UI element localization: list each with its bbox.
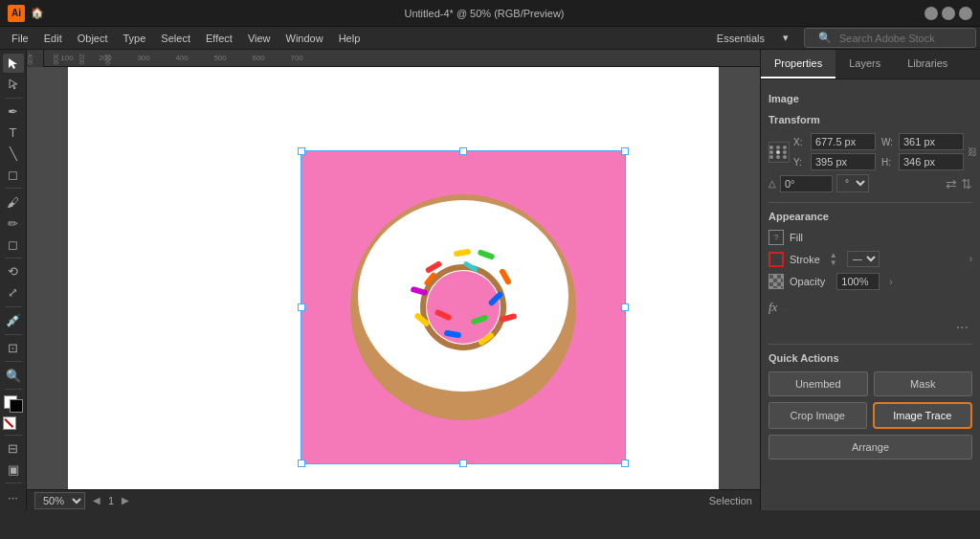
x-input[interactable] [811,133,876,150]
direct-selection-tool[interactable] [3,75,24,94]
y-label: Y: [793,157,807,168]
menu-object[interactable]: Object [70,31,116,46]
essentials-dropdown[interactable]: Essentials ▾ [709,30,796,46]
handle-bottom-right[interactable] [621,460,629,467]
eyedropper-tool[interactable]: 💉 [3,311,24,330]
search-input[interactable] [839,33,971,44]
arrange-button[interactable]: Arrange [768,435,972,460]
menu-file[interactable]: File [4,31,36,46]
none-color[interactable] [3,416,16,430]
toolbar-separator-7 [5,389,22,390]
line-tool[interactable]: ╲ [3,145,24,164]
stroke-type-select[interactable]: — [847,251,880,267]
angle-input[interactable] [780,175,833,192]
image-section: Image [768,93,972,104]
menu-select[interactable]: Select [153,31,198,46]
link-icon: ⛓ [968,146,977,157]
selected-image[interactable] [301,150,626,464]
tab-layers[interactable]: Layers [835,50,894,79]
menu-edit[interactable]: Edit [36,31,70,46]
draw-mode[interactable]: ⊟ [3,439,24,459]
type-tool[interactable]: T [3,124,24,143]
next-page-button[interactable]: ▶ [122,495,129,505]
panel-tabs: Properties Layers Libraries [761,50,980,79]
image-trace-button[interactable]: Image Trace [873,402,973,429]
menu-effect[interactable]: Effect [198,31,240,46]
maximize-button[interactable] [942,7,955,20]
flip-horizontal-icon[interactable]: ⇄ [946,176,957,191]
rotate-tool[interactable]: ⟲ [3,262,24,281]
menu-help[interactable]: Help [331,31,368,46]
canvas-wrapper: 100 200 300 400 500 600 700 100 200 300 … [27,50,760,510]
flip-vertical-icon[interactable]: ⇅ [961,176,972,191]
pen-tool[interactable]: ✒ [3,102,24,122]
stroke-arrows[interactable]: ▲ ▼ [830,252,837,267]
panel-content: Image Transform [761,79,980,510]
essentials-label: Essentials [709,31,772,46]
menubar-right: Essentials ▾ 🔍 [709,28,976,48]
stroke-swatch[interactable] [768,252,784,267]
tab-properties[interactable]: Properties [761,50,835,79]
qa-row-1: Unembed Mask [768,371,972,396]
angle-symbol: △ [768,178,776,189]
stroke-color[interactable] [10,399,23,413]
transform-reference-point[interactable] [768,142,790,163]
appearance-more-button[interactable]: ··· [768,319,972,336]
handle-bottom-left[interactable] [298,460,305,467]
zoom-tool[interactable]: 🔍 [3,366,24,385]
menu-window[interactable]: Window [278,31,331,46]
close-button[interactable] [959,7,972,20]
transform-section: Transform [768,114,972,192]
menu-bar: File Edit Object Type Select Effect View… [0,27,980,50]
prev-page-button[interactable]: ◀ [93,495,100,505]
handle-top-mid[interactable] [459,147,467,155]
pencil-tool[interactable]: ✏ [3,213,24,233]
mask-button[interactable]: Mask [874,371,973,396]
crop-image-button[interactable]: Crop Image [768,402,867,429]
y-input[interactable] [811,153,876,170]
transform-section-title: Transform [768,114,972,125]
more-tools[interactable]: ··· [3,487,24,506]
handle-mid-left[interactable] [298,303,305,311]
fill-question-icon: ? [768,230,784,245]
w-input[interactable] [899,133,964,150]
status-bar: 50% ◀ 1 ▶ Selection [27,489,760,510]
minimize-button[interactable] [924,7,938,20]
h-input[interactable] [899,153,964,170]
paintbrush-tool[interactable]: 🖌 [3,192,24,212]
window-controls[interactable] [924,7,972,20]
stroke-row[interactable]: Stroke ▲ ▼ — › [768,251,972,267]
divider-2 [768,344,972,345]
scale-tool[interactable]: ⤢ [3,283,24,303]
search-bar[interactable]: 🔍 [804,28,976,48]
zoom-select[interactable]: 50% [34,492,85,509]
angle-dropdown[interactable]: ° [836,174,869,192]
color-controls[interactable] [4,395,23,413]
handle-mid-right[interactable] [621,303,629,311]
handle-bottom-mid[interactable] [459,460,467,467]
opacity-input[interactable] [836,273,880,290]
handle-top-right[interactable] [621,147,629,155]
handle-top-left[interactable] [298,147,305,155]
status-label: Selection [709,495,752,506]
x-label: X: [793,137,807,147]
titlebar-left: Ai 🏠 [8,5,44,22]
fill-row: ? Fill [768,230,972,245]
constrain-proportions[interactable]: ⛓ [968,146,977,157]
w-label: W: [881,137,895,147]
toolbar-separator-3 [5,258,22,258]
unembed-button[interactable]: Unembed [768,371,868,396]
appearance-section: Appearance ? Fill Stroke ▲ ▼ — [768,211,972,290]
left-toolbar: ✒ T ╲ ◻ 🖌 ✏ ◻ ⟲ ⤢ 💉 ⊡ 🔍 ⊟ ▣ ··· [0,50,27,510]
artboard-tool[interactable]: ⊡ [3,338,24,357]
menu-type[interactable]: Type [116,31,154,46]
menu-view[interactable]: View [240,31,278,46]
tab-libraries[interactable]: Libraries [894,50,961,79]
screen-mode[interactable]: ▣ [3,460,24,479]
selection-tool[interactable] [3,54,24,73]
opacity-arrow-icon: › [889,277,892,287]
artboard [68,67,719,510]
eraser-tool[interactable]: ◻ [3,235,24,254]
shape-tool[interactable]: ◻ [3,165,24,184]
toolbar-separator-6 [5,361,22,362]
